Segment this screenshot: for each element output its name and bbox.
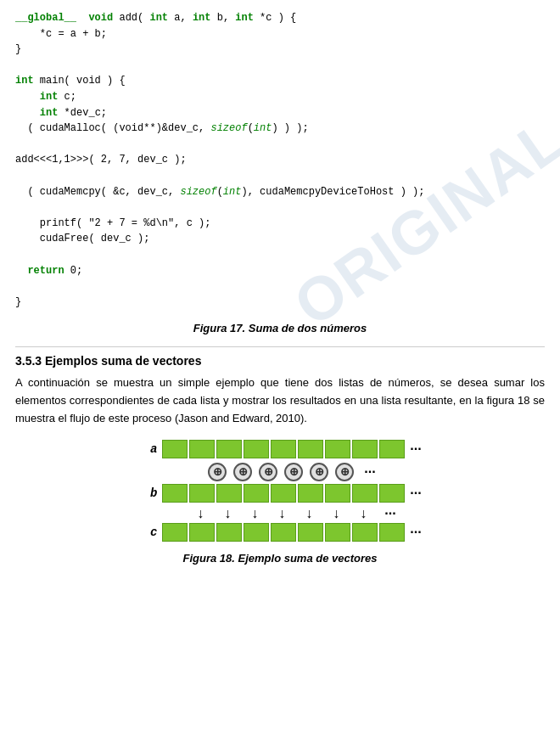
vec-label-b: b <box>138 486 157 500</box>
code-line-7: int *dev_c; <box>15 105 545 121</box>
figure-18-caption: Figura 18. Ejemplo suma de vectores <box>15 552 545 565</box>
plus-icon-1: ⊕ <box>208 463 227 481</box>
vec-cell <box>189 484 215 503</box>
sizeof-kw-2: sizeof <box>180 186 216 198</box>
code-line-17: return 0; <box>15 263 545 279</box>
vec-cell <box>189 440 215 458</box>
arrow-row: ↓ ↓ ↓ ↓ ↓ ↓ ↓ ··· <box>188 506 395 521</box>
vec-dots-c: ··· <box>410 525 421 540</box>
page: ORIGINAL __global__ void add( int a, int… <box>0 0 560 585</box>
vec-cell <box>244 484 269 503</box>
vec-cells-c <box>162 523 405 542</box>
plus-row: ⊕ ⊕ ⊕ ⊕ ⊕ ⊕ ··· <box>208 463 375 481</box>
code-line-19: } <box>15 295 545 311</box>
vec-cell <box>379 523 405 542</box>
code-line-16 <box>15 247 545 263</box>
vec-cell <box>271 523 296 542</box>
code-line-11 <box>15 168 545 184</box>
code-line-4 <box>15 58 545 74</box>
arrow-5: ↓ <box>296 506 322 521</box>
vec-label-c: c <box>138 526 157 539</box>
vec-cell <box>216 484 242 503</box>
vec-cell <box>244 523 269 542</box>
plus-icon-2: ⊕ <box>233 463 252 481</box>
divider <box>15 346 545 347</box>
kw-int-2: int <box>193 12 211 24</box>
vec-label-a: a <box>138 442 157 456</box>
figure-17-caption: Figura 17. Suma de dos números <box>15 322 545 334</box>
plus-icon-6: ⊕ <box>335 463 354 481</box>
arrow-7: ↓ <box>350 506 376 521</box>
vec-cell <box>352 523 378 542</box>
code-line-9 <box>15 137 545 153</box>
int-kw-sizeof1: int <box>254 122 272 134</box>
code-line-18 <box>15 278 545 295</box>
vec-row-a: a ··· <box>138 440 421 458</box>
kw-void: void <box>88 12 113 24</box>
kw-int-main: int <box>15 75 34 87</box>
vec-cell <box>325 484 350 503</box>
vec-cell <box>162 523 188 542</box>
vec-cell <box>298 484 323 503</box>
code-block: __global__ void add( int a, int b, int *… <box>15 7 545 313</box>
vec-cell <box>271 484 296 503</box>
vec-dots-a: ··· <box>410 441 421 457</box>
kw-int-devc: int <box>40 107 59 119</box>
sizeof-kw-1: sizeof <box>210 122 247 134</box>
vec-cell <box>244 440 269 458</box>
kw-int-c: int <box>40 91 59 103</box>
vec-cell <box>298 523 323 542</box>
vec-cells-b <box>162 484 405 503</box>
code-line-10: add<<<1,1>>>( 2, 7, dev_c ); <box>15 152 545 168</box>
plus-icon-4: ⊕ <box>284 463 303 481</box>
section-body-text: A continuación se muestra un simple ejem… <box>15 374 545 427</box>
code-line-12: ( cudaMemcpy( &c, dev_c, sizeof(int), cu… <box>15 184 545 200</box>
plus-icon-3: ⊕ <box>259 463 277 481</box>
code-line-3: } <box>15 42 545 58</box>
kw-int-1: int <box>149 12 168 24</box>
vec-cell <box>298 440 323 458</box>
vec-cell <box>379 440 405 458</box>
kw-return: return <box>27 265 64 277</box>
vec-cell <box>325 440 350 458</box>
vec-cell <box>325 523 350 542</box>
plus-dots: ··· <box>364 464 375 480</box>
code-line-6: int c; <box>15 89 545 105</box>
section-heading: 3.5.3 Ejemplos suma de vectores <box>15 354 545 368</box>
code-line-5: int main( void ) { <box>15 73 545 89</box>
arrow-4: ↓ <box>269 506 294 521</box>
vec-cells-a <box>162 440 405 458</box>
vec-cell <box>162 440 188 458</box>
int-kw-sizeof2: int <box>223 186 242 198</box>
vec-row-b: b ··· <box>138 484 421 503</box>
code-line-13 <box>15 200 545 216</box>
code-line-15: cudaFree( dev_c ); <box>15 231 545 247</box>
code-line-2: *c = a + b; <box>15 26 545 42</box>
vector-diagram: a ··· ⊕ ⊕ ⊕ ⊕ ⊕ ⊕ ··· <box>102 440 458 543</box>
vec-row-c: c ··· <box>138 523 421 542</box>
vec-cell <box>216 523 242 542</box>
vec-cell <box>189 523 215 542</box>
vec-cell <box>216 440 242 458</box>
arrow-2: ↓ <box>215 506 240 521</box>
plus-icon-5: ⊕ <box>310 463 328 481</box>
vec-cell <box>162 484 188 503</box>
code-line-8: ( cudaMalloc( (void**)&dev_c, sizeof(int… <box>15 121 545 137</box>
vec-cell <box>271 440 296 458</box>
vec-dots-b: ··· <box>410 486 421 501</box>
code-line-14: printf( "2 + 7 = %d\n", c ); <box>15 216 545 232</box>
vec-cell <box>352 484 378 503</box>
vec-cell <box>352 440 378 458</box>
kw-global: __global__ <box>15 12 76 24</box>
kw-int-3: int <box>235 12 254 24</box>
vec-cell <box>379 484 405 503</box>
code-line-1: __global__ void add( int a, int b, int *… <box>15 10 545 26</box>
arrow-3: ↓ <box>242 506 267 521</box>
arrow-6: ↓ <box>323 506 349 521</box>
arrow-1: ↓ <box>188 506 213 521</box>
arrow-dots: ··· <box>384 506 395 521</box>
